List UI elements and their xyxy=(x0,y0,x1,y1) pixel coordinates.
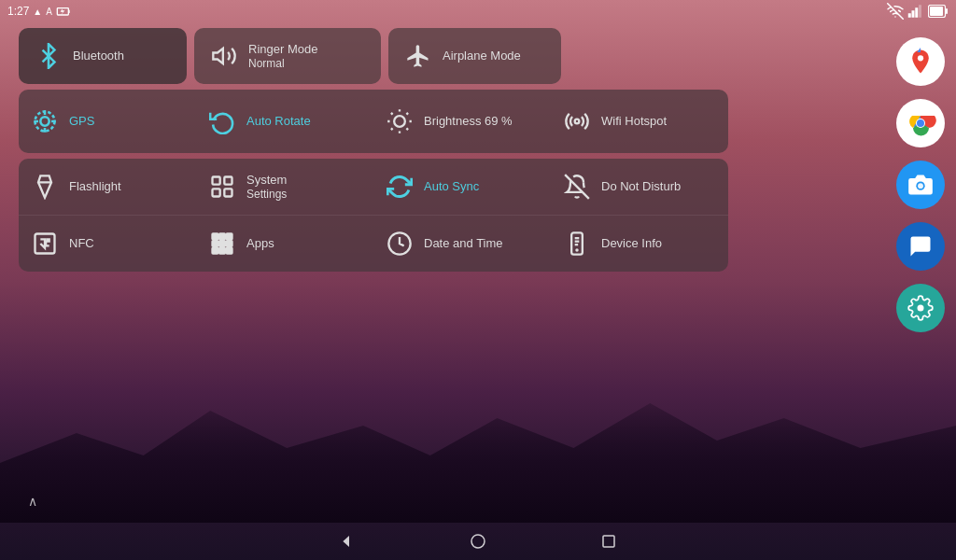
svg-marker-2 xyxy=(61,8,65,15)
messages-app-icon[interactable] xyxy=(896,222,945,271)
svg-rect-42 xyxy=(227,248,232,254)
svg-rect-34 xyxy=(213,234,218,240)
quick-settings-row2: GPS Auto Rotate xyxy=(19,90,728,153)
wifihotspot-tile[interactable]: Wifi Hotspot xyxy=(551,90,728,153)
bluetooth-label: Bluetooth xyxy=(73,49,124,63)
camera-app-icon[interactable] xyxy=(896,161,945,209)
svg-marker-57 xyxy=(343,536,349,547)
flashlight-tile[interactable]: Flashlight xyxy=(19,159,196,215)
airplane-icon xyxy=(403,41,433,71)
settings-app-icon[interactable] xyxy=(896,284,945,332)
svg-point-26 xyxy=(575,119,580,124)
svg-rect-59 xyxy=(603,536,614,547)
back-button[interactable] xyxy=(338,532,357,551)
nfc-tile[interactable]: NFC xyxy=(19,216,196,272)
settings-icon xyxy=(207,172,237,202)
apps-tile[interactable]: Apps xyxy=(196,216,373,272)
autorotate-tile[interactable]: Auto Rotate xyxy=(196,90,373,153)
row3-bottom: NFC Apps xyxy=(19,216,728,272)
deviceinfo-tile[interactable]: Device Info xyxy=(551,216,728,272)
svg-rect-36 xyxy=(227,234,232,240)
svg-rect-8 xyxy=(930,7,943,16)
flashlight-icon xyxy=(30,172,60,202)
svg-rect-28 xyxy=(213,177,220,185)
notification-icon: ▲ xyxy=(33,7,42,17)
home-button[interactable] xyxy=(469,532,487,551)
airplane-tile[interactable]: Airplane Mode xyxy=(388,28,561,84)
status-left: 1:27 ▲ A xyxy=(7,4,71,19)
svg-rect-35 xyxy=(219,234,225,240)
quick-settings-panel: Bluetooth Ringer Mode Normal xyxy=(19,28,728,272)
bluetooth-tile[interactable]: Bluetooth xyxy=(19,28,187,84)
mountain-silhouette xyxy=(0,373,956,523)
systemsettings-label: System Settings xyxy=(246,173,287,201)
ringer-tile[interactable]: Ringer Mode Normal xyxy=(194,28,381,84)
svg-rect-38 xyxy=(219,241,225,246)
nfc-label: NFC xyxy=(69,236,94,251)
svg-point-58 xyxy=(471,535,485,548)
quick-settings-row1: Bluetooth Ringer Mode Normal xyxy=(19,28,728,84)
recents-button[interactable] xyxy=(599,532,618,551)
svg-rect-9 xyxy=(946,8,948,14)
nfc-icon xyxy=(30,229,60,259)
svg-rect-1 xyxy=(68,10,69,13)
hotspot-icon xyxy=(562,106,592,136)
svg-point-53 xyxy=(917,119,924,127)
bluetooth-icon xyxy=(34,41,63,71)
svg-point-56 xyxy=(918,305,924,312)
chrome-app-icon[interactable] xyxy=(896,99,945,147)
svg-rect-6 xyxy=(919,5,921,18)
svg-marker-10 xyxy=(213,49,223,63)
datetime-tile[interactable]: Date and Time xyxy=(373,216,551,272)
svg-rect-41 xyxy=(219,248,225,254)
svg-rect-37 xyxy=(213,241,218,246)
navigation-bar xyxy=(0,523,956,560)
rotate-icon xyxy=(207,106,237,136)
volume-icon xyxy=(209,41,239,71)
svg-line-25 xyxy=(406,113,408,115)
svg-point-49 xyxy=(918,55,923,61)
systemsettings-tile[interactable]: System Settings xyxy=(196,159,373,215)
gps-icon xyxy=(30,106,60,136)
svg-rect-39 xyxy=(227,241,232,246)
datetime-label: Date and Time xyxy=(424,236,503,251)
svg-line-21 xyxy=(406,128,408,130)
svg-point-11 xyxy=(40,117,49,125)
autosync-tile[interactable]: Auto Sync xyxy=(373,159,551,215)
time-display: 1:27 xyxy=(7,5,29,18)
ringer-label: Ringer Mode Normal xyxy=(248,42,317,70)
wifihotspot-label: Wifi Hotspot xyxy=(601,114,667,129)
up-arrow-button[interactable]: ∧ xyxy=(28,494,37,509)
svg-rect-5 xyxy=(915,7,918,18)
svg-line-32 xyxy=(565,175,589,199)
dock-icons xyxy=(896,37,945,332)
status-right xyxy=(887,3,949,20)
signal-icon xyxy=(907,3,924,20)
apps-label: Apps xyxy=(246,236,274,251)
brightness-icon xyxy=(385,106,415,136)
svg-line-24 xyxy=(391,128,393,130)
svg-rect-40 xyxy=(213,248,218,254)
maps-app-icon[interactable] xyxy=(896,37,945,86)
donotdisturb-tile[interactable]: Do Not Disturb xyxy=(551,159,728,215)
autorotate-label: Auto Rotate xyxy=(246,114,311,129)
quick-settings-row3: Flashlight System Settings xyxy=(19,159,728,272)
bell-off-icon xyxy=(562,172,592,202)
svg-rect-4 xyxy=(912,10,915,18)
svg-point-55 xyxy=(918,183,923,189)
sync-icon xyxy=(385,172,415,202)
battery-charging-icon xyxy=(56,4,71,19)
svg-rect-30 xyxy=(213,189,220,196)
brightness-tile[interactable]: Brightness 69 % xyxy=(373,90,551,153)
svg-rect-31 xyxy=(224,189,232,196)
brightness-label: Brightness 69 % xyxy=(424,114,513,129)
svg-point-17 xyxy=(394,116,405,127)
svg-line-20 xyxy=(391,113,393,115)
svg-rect-29 xyxy=(224,177,232,185)
gps-tile[interactable]: GPS xyxy=(19,90,196,153)
flashlight-label: Flashlight xyxy=(69,179,121,194)
donotdisturb-label: Do Not Disturb xyxy=(601,179,681,194)
status-bar: 1:27 ▲ A xyxy=(0,0,956,22)
gps-label: GPS xyxy=(69,114,94,129)
deviceinfo-label: Device Info xyxy=(601,236,662,251)
